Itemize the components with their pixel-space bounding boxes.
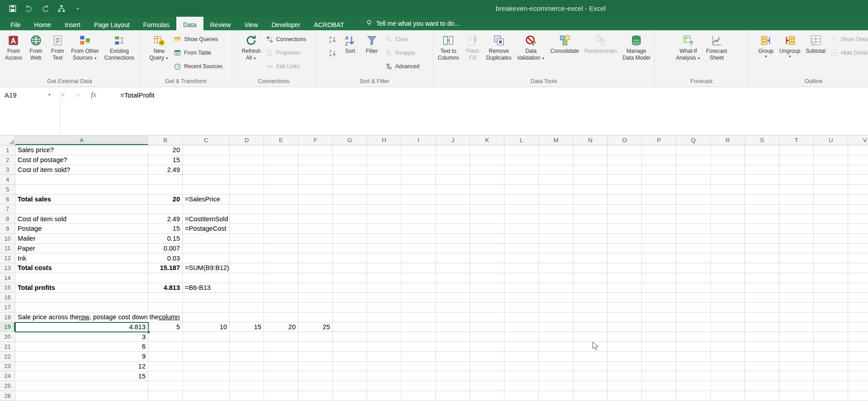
cell-R10[interactable]: [711, 234, 745, 244]
cell-B5[interactable]: [148, 185, 183, 195]
cell-A7[interactable]: [15, 205, 148, 214]
cell-N24[interactable]: [573, 371, 608, 381]
cell-O11[interactable]: [608, 244, 642, 254]
cell-R3[interactable]: [711, 165, 745, 175]
cell-R21[interactable]: [711, 342, 745, 352]
cell-D25[interactable]: [230, 381, 264, 391]
cell-R8[interactable]: [711, 214, 745, 224]
cell-J16[interactable]: [436, 293, 470, 303]
cell-S16[interactable]: [745, 293, 779, 303]
cell-F8[interactable]: [298, 214, 333, 224]
cell-I25[interactable]: [401, 381, 436, 391]
cell-D1[interactable]: [230, 145, 264, 155]
cell-T16[interactable]: [779, 293, 814, 303]
cell-E25[interactable]: [264, 381, 298, 391]
cell-D12[interactable]: [230, 253, 264, 263]
cell-K12[interactable]: [470, 253, 505, 263]
cell-P23[interactable]: [642, 362, 676, 372]
cell-V24[interactable]: [848, 371, 868, 381]
cell-A26[interactable]: [15, 391, 148, 401]
cell-T22[interactable]: [779, 352, 814, 362]
cell-M23[interactable]: [539, 362, 573, 372]
cell-F26[interactable]: [298, 391, 333, 401]
cell-V5[interactable]: [848, 185, 868, 195]
cell-M2[interactable]: [539, 155, 573, 165]
cell-D16[interactable]: [230, 293, 264, 303]
cell-D21[interactable]: [230, 342, 264, 352]
cell-L6[interactable]: [505, 195, 539, 205]
cell-O26[interactable]: [608, 391, 642, 401]
cell-L4[interactable]: [505, 175, 539, 185]
cell-L10[interactable]: [505, 234, 539, 244]
cell-P21[interactable]: [642, 342, 676, 352]
cell-O1[interactable]: [608, 145, 642, 155]
cell-C19[interactable]: 10: [183, 322, 230, 332]
column-header-v[interactable]: V: [848, 135, 868, 145]
cell-C25[interactable]: [183, 381, 230, 391]
cell-B4[interactable]: [148, 175, 183, 185]
row-header-24[interactable]: 24: [0, 371, 15, 381]
cell-Q23[interactable]: [676, 362, 711, 372]
cell-Q17[interactable]: [676, 303, 711, 312]
cell-Q20[interactable]: [676, 332, 711, 342]
cell-J6[interactable]: [436, 195, 470, 205]
cell-J8[interactable]: [436, 214, 470, 224]
cell-S5[interactable]: [745, 185, 779, 195]
cell-N10[interactable]: [573, 234, 608, 244]
cell-O7[interactable]: [608, 205, 642, 214]
cell-P1[interactable]: [642, 145, 676, 155]
cell-T15[interactable]: [779, 283, 814, 293]
cell-K20[interactable]: [470, 332, 505, 342]
cell-L8[interactable]: [505, 214, 539, 224]
cell-U3[interactable]: [814, 165, 848, 175]
ribbon-button-reapply[interactable]: Reapply: [383, 47, 421, 59]
cell-H21[interactable]: [367, 342, 401, 352]
cell-T6[interactable]: [779, 195, 814, 205]
cell-E3[interactable]: [264, 165, 298, 175]
cell-F12[interactable]: [298, 253, 333, 263]
cell-L16[interactable]: [505, 293, 539, 303]
cell-R25[interactable]: [711, 381, 745, 391]
cell-M4[interactable]: [539, 175, 573, 185]
cell-O25[interactable]: [608, 381, 642, 391]
cell-F20[interactable]: [298, 332, 333, 342]
cell-T24[interactable]: [779, 371, 814, 381]
cell-O8[interactable]: [608, 214, 642, 224]
cell-I6[interactable]: [401, 195, 436, 205]
cell-Q19[interactable]: [676, 322, 711, 332]
cell-S3[interactable]: [745, 165, 779, 175]
cell-L12[interactable]: [505, 253, 539, 263]
cell-D18[interactable]: [230, 312, 264, 322]
cell-A24[interactable]: 15: [15, 371, 148, 381]
cell-E14[interactable]: [264, 273, 298, 283]
cell-T1[interactable]: [779, 145, 814, 155]
cell-A3[interactable]: Cost of item sold?: [15, 165, 148, 175]
column-header-d[interactable]: D: [230, 135, 264, 145]
cell-B25[interactable]: [148, 381, 183, 391]
cell-A12[interactable]: Ink: [15, 253, 148, 263]
cell-M22[interactable]: [539, 352, 573, 362]
cell-S21[interactable]: [745, 342, 779, 352]
row-header-25[interactable]: 25: [0, 381, 15, 391]
column-header-m[interactable]: M: [539, 135, 573, 145]
cell-J5[interactable]: [436, 185, 470, 195]
column-header-k[interactable]: K: [470, 135, 505, 145]
ribbon-button-connections[interactable]: Connections: [264, 33, 308, 45]
column-header-o[interactable]: O: [608, 135, 642, 145]
ribbon-button-manage-data-model[interactable]: ManageData Model: [620, 32, 652, 61]
cell-J21[interactable]: [436, 342, 470, 352]
cell-N9[interactable]: [573, 224, 608, 234]
row-header-20[interactable]: 20: [0, 332, 15, 342]
ribbon-button-group[interactable]: Group▼: [755, 32, 776, 59]
cell-N16[interactable]: [573, 293, 608, 303]
cell-T19[interactable]: [779, 322, 814, 332]
cell-L25[interactable]: [505, 381, 539, 391]
save-icon[interactable]: [7, 3, 18, 14]
cell-J20[interactable]: [436, 332, 470, 342]
cell-F22[interactable]: [298, 352, 333, 362]
cell-N17[interactable]: [573, 303, 608, 312]
row-header-7[interactable]: 7: [0, 205, 15, 214]
cell-C15[interactable]: =B6-B13: [183, 283, 230, 293]
cell-H6[interactable]: [367, 195, 401, 205]
cell-U18[interactable]: [814, 312, 848, 322]
